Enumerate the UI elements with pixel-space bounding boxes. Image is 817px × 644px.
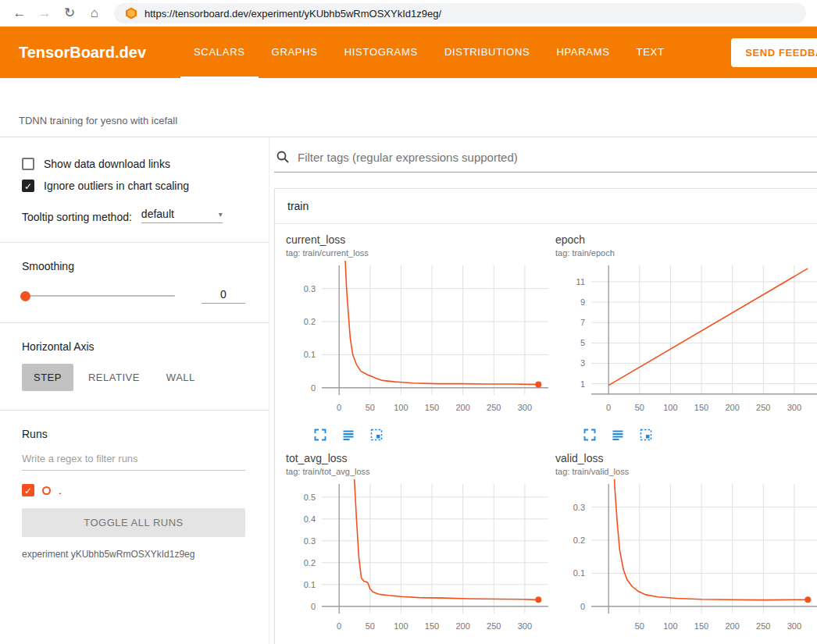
svg-text:100: 100 [663,403,677,412]
smoothing-slider[interactable] [22,295,175,297]
svg-text:100: 100 [663,621,677,631]
svg-text:0: 0 [311,602,316,611]
scalars-main: Filter tags (regular expressions support… [269,137,817,644]
svg-text:0.1: 0.1 [304,350,316,359]
tag-filter-input[interactable]: Filter tags (regular expressions support… [298,151,518,164]
svg-text:0: 0 [606,403,611,412]
chart-toolbar [312,427,551,443]
tab-histograms[interactable]: HISTOGRAMS [331,27,431,78]
run-row: ✓ . [22,484,245,496]
svg-text:150: 150 [694,403,708,412]
chart-title: current_loss [286,233,551,246]
tooltip-sorting-value: default [141,208,174,220]
chart-tag: tag: train/epoch [555,248,817,258]
svg-text:0.3: 0.3 [304,284,316,294]
tooltip-sorting-label: Tooltip sorting method: [22,211,132,223]
smoothing-slider-thumb[interactable] [20,291,30,301]
show-download-links-checkbox[interactable] [22,158,34,170]
axis-step-button[interactable]: STEP [22,364,73,391]
svg-text:0.2: 0.2 [304,558,316,568]
experiment-id-line: experiment yKUbhb5wRmOSXYkId1z9eg [22,549,245,560]
brand-title: TensorBoard.dev [19,44,146,62]
url-text: https://tensorboard.dev/experiment/yKUbh… [144,8,441,20]
svg-text:0: 0 [311,383,316,393]
sidebar-divider [0,322,269,323]
svg-text:300: 300 [518,403,532,412]
axis-wall-button[interactable]: WALL [155,364,207,391]
tag-filter-row[interactable]: Filter tags (regular expressions support… [274,147,817,173]
runs-filter-input[interactable]: Write a regex to filter runs [22,453,245,471]
svg-text:7: 7 [580,318,585,327]
svg-text:200: 200 [725,403,739,412]
show-download-links-row: Show data download links [22,158,245,170]
fit-domain-icon[interactable] [369,427,384,443]
train-card-header[interactable]: train [275,189,817,224]
toggle-all-runs-button[interactable]: TOGGLE ALL RUNS [22,508,245,537]
axis-relative-button[interactable]: RELATIVE [77,364,152,391]
experiment-subheader: TDNN training for yesno with icefall [0,78,817,137]
line-chart[interactable]: 00.10.20.30.40.5050100150200250300 [286,479,551,643]
address-bar[interactable]: https://tensorboard.dev/experiment/yKUbh… [114,3,806,23]
expand-chart-icon[interactable] [312,427,328,443]
data-table-icon[interactable] [610,427,626,443]
chart-tag: tag: train/valid_loss [555,467,817,476]
svg-text:0.2: 0.2 [573,535,585,545]
svg-text:11: 11 [576,277,585,286]
svg-text:250: 250 [487,621,501,631]
svg-text:0.2: 0.2 [304,317,316,326]
line-chart[interactable]: 00.10.20.3050100150200250300 [286,261,551,425]
tooltip-sorting-select[interactable]: default ▾ [141,208,223,223]
tab-text[interactable]: TEXT [623,27,678,78]
chevron-down-icon: ▾ [219,210,223,219]
svg-text:0: 0 [337,403,341,412]
chart-title: epoch [555,233,817,246]
settings-sidebar: Show data download links ✓ Ignore outlie… [0,137,269,644]
run-name: . [59,485,62,496]
svg-text:0.4: 0.4 [304,514,316,524]
run-checkbox[interactable]: ✓ [22,484,34,496]
ignore-outliers-checkbox[interactable]: ✓ [22,180,34,192]
forward-icon[interactable]: → [33,2,56,24]
tab-distributions[interactable]: DISTRIBUTIONS [431,27,544,78]
reload-icon[interactable]: ↻ [58,2,81,24]
chart-valid-loss: valid_loss tag: train/valid_loss 00.10.2… [555,452,817,644]
svg-text:300: 300 [518,621,532,631]
chart-title: tot_avg_loss [286,452,551,464]
chart-current-loss: current_loss tag: train/current_loss 00.… [286,233,551,452]
svg-text:50: 50 [635,621,644,631]
svg-text:5: 5 [580,338,585,347]
svg-text:250: 250 [756,621,770,631]
expand-chart-icon[interactable] [582,427,598,443]
chart-tag: tag: train/tot_avg_loss [286,467,551,476]
svg-text:0: 0 [337,621,341,631]
smoothing-value-input[interactable]: 0 [202,288,245,304]
tab-scalars[interactable]: SCALARS [180,27,259,78]
svg-text:200: 200 [455,403,469,412]
horizontal-axis-section: Horizontal Axis STEP RELATIVE WALL [22,340,245,391]
svg-text:100: 100 [394,621,408,631]
browser-toolbar: ← → ↻ ⌂ https://tensorboard.dev/experime… [0,0,817,27]
svg-text:100: 100 [394,403,408,412]
svg-text:200: 200 [725,621,739,631]
svg-text:50: 50 [366,621,375,631]
svg-text:0.3: 0.3 [304,536,316,546]
tab-hparams[interactable]: HPARAMS [543,27,623,78]
app-header: TensorBoard.dev SCALARS GRAPHS HISTOGRAM… [0,27,817,78]
tab-graphs[interactable]: GRAPHS [259,27,331,78]
data-table-icon[interactable] [341,427,356,443]
line-chart[interactable]: 00.10.20.350100150200250300 [555,479,817,643]
smoothing-label: Smoothing [22,260,245,272]
back-icon[interactable]: ← [8,2,31,24]
chart-toolbar [582,427,817,443]
fit-domain-icon[interactable] [638,427,654,443]
svg-text:0.3: 0.3 [573,503,585,512]
train-card: train current_loss tag: train/current_lo… [274,188,817,644]
send-feedback-button[interactable]: SEND FEEDBACK [731,38,817,67]
tensorboard-favicon [125,7,137,20]
tooltip-sorting-row: Tooltip sorting method: default ▾ [22,208,245,223]
runs-label: Runs [22,428,245,440]
ignore-outliers-label: Ignore outliers in chart scaling [44,180,189,192]
svg-text:1: 1 [580,379,585,389]
home-icon[interactable]: ⌂ [83,2,106,24]
line-chart[interactable]: 1357911050100150200250300 [555,261,817,425]
